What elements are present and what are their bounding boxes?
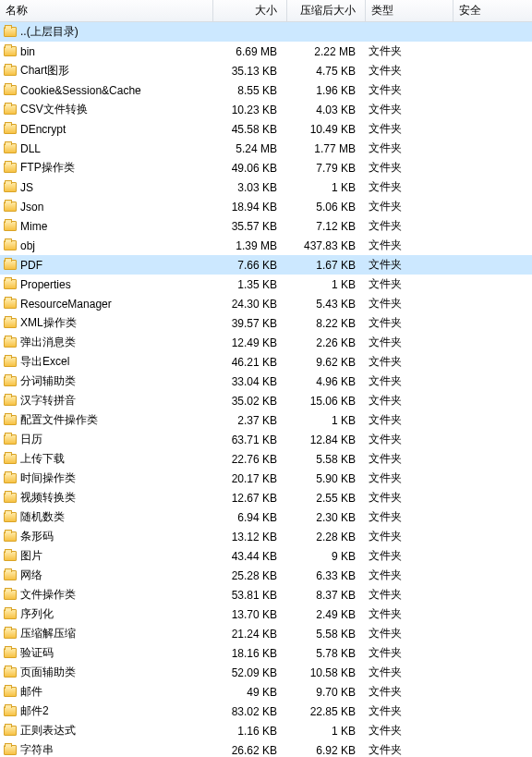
table-row[interactable]: 压缩解压缩21.24 KB5.58 KB文件夹 xyxy=(0,624,532,643)
table-row[interactable]: 随机数类6.94 KB2.30 KB文件夹 xyxy=(0,507,532,527)
file-size: 52.09 KB xyxy=(212,663,286,682)
file-security xyxy=(453,507,532,527)
file-packed-size: 5.58 KB xyxy=(286,624,365,643)
table-row[interactable]: 验证码18.16 KB5.78 KB文件夹 xyxy=(0,643,532,663)
folder-icon xyxy=(4,493,17,503)
table-row[interactable]: 条形码13.12 KB2.28 KB文件夹 xyxy=(0,527,532,546)
file-security xyxy=(453,61,532,80)
table-row[interactable]: 网络25.28 KB6.33 KB文件夹 xyxy=(0,566,532,585)
parent-directory-row[interactable]: ..(上层目录) xyxy=(0,22,532,43)
table-row[interactable]: 邮件49 KB9.70 KB文件夹 xyxy=(0,682,532,702)
file-name: Json xyxy=(20,201,43,214)
file-type: 文件夹 xyxy=(365,197,453,216)
file-type: 文件夹 xyxy=(365,585,453,604)
file-type: 文件夹 xyxy=(365,682,453,702)
folder-icon xyxy=(4,570,17,580)
table-row[interactable]: Json18.94 KB5.06 KB文件夹 xyxy=(0,197,532,216)
file-name: DLL xyxy=(20,142,41,155)
table-row[interactable]: 序列化13.70 KB2.49 KB文件夹 xyxy=(0,604,532,624)
table-row[interactable]: ResourceManager24.30 KB5.43 KB文件夹 xyxy=(0,294,532,313)
file-name: 正则表达式 xyxy=(20,723,76,739)
folder-icon xyxy=(4,609,17,619)
table-row[interactable]: 邮件283.02 KB22.85 KB文件夹 xyxy=(0,702,532,721)
file-name: 时间操作类 xyxy=(20,470,76,486)
file-packed-size: 2.28 KB xyxy=(286,527,365,546)
folder-icon xyxy=(4,745,17,755)
table-row[interactable]: 汉字转拼音35.02 KB15.06 KB文件夹 xyxy=(0,391,532,410)
file-packed-size: 2.30 KB xyxy=(286,507,365,527)
file-packed-size: 22.85 KB xyxy=(286,702,365,721)
table-row[interactable]: Cookie&Session&Cache8.55 KB1.96 KB文件夹 xyxy=(0,80,532,100)
file-security xyxy=(453,119,532,139)
table-row[interactable]: 导出Excel46.21 KB9.62 KB文件夹 xyxy=(0,352,532,372)
file-security xyxy=(453,294,532,313)
table-row[interactable]: 上传下载22.76 KB5.58 KB文件夹 xyxy=(0,449,532,469)
table-row[interactable]: 字符串26.62 KB6.92 KB文件夹 xyxy=(0,740,532,757)
table-row[interactable]: obj1.39 MB437.83 KB文件夹 xyxy=(0,236,532,255)
file-type: 文件夹 xyxy=(365,333,453,352)
file-size: 1.39 MB xyxy=(212,236,286,255)
file-name: DEncrypt xyxy=(20,123,66,136)
column-header-type[interactable]: 类型 xyxy=(365,0,453,22)
file-name: 邮件2 xyxy=(20,703,49,719)
table-row[interactable]: 分词辅助类33.04 KB4.96 KB文件夹 xyxy=(0,372,532,391)
folder-icon xyxy=(4,512,17,522)
file-size: 33.04 KB xyxy=(212,372,286,391)
table-row[interactable]: 弹出消息类12.49 KB2.26 KB文件夹 xyxy=(0,333,532,352)
file-type: 文件夹 xyxy=(365,177,453,197)
file-name: 验证码 xyxy=(20,645,54,661)
file-packed-size: 2.22 MB xyxy=(286,42,365,61)
table-row[interactable]: CSV文件转换10.23 KB4.03 KB文件夹 xyxy=(0,100,532,119)
file-security xyxy=(453,643,532,663)
table-row[interactable]: DLL5.24 MB1.77 MB文件夹 xyxy=(0,139,532,158)
file-type: 文件夹 xyxy=(365,410,453,430)
file-name: 上传下载 xyxy=(20,451,65,467)
file-name: CSV文件转换 xyxy=(20,102,88,117)
table-row[interactable]: JS3.03 KB1 KB文件夹 xyxy=(0,177,532,197)
column-header-security[interactable]: 安全 xyxy=(453,0,532,22)
table-row[interactable]: 视频转换类12.67 KB2.55 KB文件夹 xyxy=(0,488,532,507)
file-packed-size: 5.78 KB xyxy=(286,643,365,663)
table-row[interactable]: 时间操作类20.17 KB5.90 KB文件夹 xyxy=(0,469,532,488)
file-type: 文件夹 xyxy=(365,449,453,469)
file-name: 字符串 xyxy=(20,742,54,757)
folder-icon xyxy=(4,240,17,250)
table-row[interactable]: 日历63.71 KB12.84 KB文件夹 xyxy=(0,430,532,449)
file-packed-size: 6.33 KB xyxy=(286,566,365,585)
table-row[interactable]: PDF7.66 KB1.67 KB文件夹 xyxy=(0,255,532,275)
table-row[interactable]: bin6.69 MB2.22 MB文件夹 xyxy=(0,42,532,61)
file-size: 24.30 KB xyxy=(212,294,286,313)
file-security xyxy=(453,391,532,410)
file-type: 文件夹 xyxy=(365,566,453,585)
file-size: 6.94 KB xyxy=(212,507,286,527)
table-row[interactable]: 图片43.44 KB9 KB文件夹 xyxy=(0,546,532,566)
table-row[interactable]: 配置文件操作类2.37 KB1 KB文件夹 xyxy=(0,410,532,430)
table-row[interactable]: DEncrypt45.58 KB10.49 KB文件夹 xyxy=(0,119,532,139)
folder-icon xyxy=(4,104,17,115)
file-type: 文件夹 xyxy=(365,313,453,333)
file-type: 文件夹 xyxy=(365,372,453,391)
column-header-packed[interactable]: 压缩后大小 xyxy=(286,0,365,22)
file-size: 18.16 KB xyxy=(212,643,286,663)
column-header-size[interactable]: 大小 xyxy=(212,0,286,22)
file-type: 文件夹 xyxy=(365,527,453,546)
table-row[interactable]: Mime35.57 KB7.12 KB文件夹 xyxy=(0,216,532,236)
folder-icon xyxy=(4,182,17,192)
table-row[interactable]: Chart图形35.13 KB4.75 KB文件夹 xyxy=(0,61,532,80)
file-name: 压缩解压缩 xyxy=(20,626,76,641)
table-row[interactable]: 文件操作类53.81 KB8.37 KB文件夹 xyxy=(0,585,532,604)
table-row[interactable]: 页面辅助类52.09 KB10.58 KB文件夹 xyxy=(0,663,532,682)
file-type: 文件夹 xyxy=(365,702,453,721)
file-packed-size: 4.96 KB xyxy=(286,372,365,391)
file-security xyxy=(453,80,532,100)
file-name: 日历 xyxy=(20,432,42,447)
column-header-name[interactable]: 名称 xyxy=(0,0,212,22)
table-row[interactable]: 正则表达式1.16 KB1 KB文件夹 xyxy=(0,721,532,740)
table-row[interactable]: Properties1.35 KB1 KB文件夹 xyxy=(0,275,532,294)
file-packed-size: 4.75 KB xyxy=(286,61,365,80)
table-row[interactable]: XML操作类39.57 KB8.22 KB文件夹 xyxy=(0,313,532,333)
table-row[interactable]: FTP操作类49.06 KB7.79 KB文件夹 xyxy=(0,158,532,177)
file-name: Properties xyxy=(20,278,71,291)
file-security xyxy=(453,410,532,430)
file-name: 页面辅助类 xyxy=(20,665,76,680)
